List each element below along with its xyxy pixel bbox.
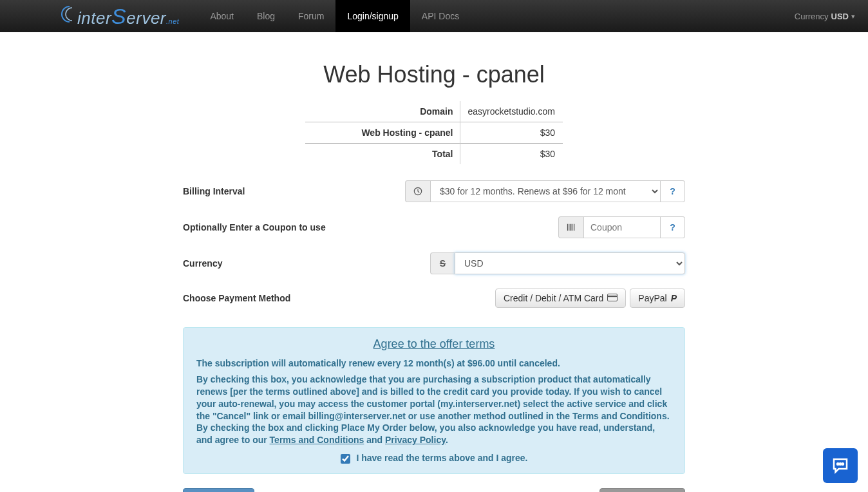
coupon-input[interactable] — [583, 216, 661, 238]
brand-s: S — [111, 4, 126, 28]
svg-rect-6 — [608, 294, 618, 301]
brand-erver: erver — [126, 8, 166, 28]
agree-label: I have read the terms above and I agree. — [356, 453, 527, 463]
chat-widget-button[interactable] — [823, 448, 858, 483]
nav-link-api-docs[interactable]: API Docs — [410, 0, 471, 32]
svg-point-8 — [837, 463, 839, 465]
order-summary-table: Domaineasyrocketstudio.comWeb Hosting - … — [305, 101, 563, 164]
svg-point-9 — [840, 463, 842, 465]
place-order-button[interactable]: Place Order 🡒 — [599, 488, 685, 492]
billing-interval-label: Billing Interval — [183, 186, 276, 196]
coupon-label: Optionally Enter a Coupon to use — [183, 222, 326, 232]
chevron-down-icon: ▾ — [851, 12, 855, 21]
svg-rect-7 — [608, 296, 618, 297]
terms-body-text: By checking this box, you acknowledge th… — [196, 374, 672, 446]
summary-label: Domain — [305, 101, 460, 122]
chat-icon — [831, 456, 850, 475]
brand-logo[interactable]: interServer.net — [58, 4, 179, 29]
clock-icon — [405, 180, 430, 202]
agree-checkbox[interactable] — [341, 454, 350, 464]
nav-link-login-signup[interactable]: Login/signup — [335, 0, 410, 32]
currency-switcher[interactable]: Currency USD ▾ — [795, 12, 855, 21]
terms-link[interactable]: Terms and Conditions — [270, 435, 364, 445]
currency-value: USD — [831, 12, 849, 21]
paypal-payment-label: PayPal — [638, 293, 666, 303]
privacy-link[interactable]: Privacy Policy — [385, 435, 446, 445]
card-payment-label: Credit / Debit / ATM Card — [504, 293, 603, 303]
summary-value: easyrocketstudio.com — [460, 101, 563, 122]
nav-links: AboutBlogForumLogin/signupAPI Docs — [198, 0, 471, 32]
summary-value: $30 — [460, 122, 563, 144]
summary-label: Total — [305, 144, 460, 165]
terms-heading: Agree to the offer terms — [373, 337, 495, 350]
billing-interval-select[interactable]: $30 for 12 months. Renews at $96 for 12 … — [430, 180, 661, 202]
coupon-help-button[interactable]: ? — [661, 216, 685, 238]
currency-label: Currency — [795, 12, 829, 21]
billing-help-button[interactable]: ? — [661, 180, 685, 202]
svg-rect-1 — [567, 224, 568, 231]
terms-renewal-text: The subscription will automatically rene… — [196, 357, 672, 370]
terms-panel: Agree to the offer terms The subscriptio… — [183, 327, 685, 474]
svg-rect-2 — [569, 224, 570, 231]
payment-method-label: Choose Payment Method — [183, 293, 290, 303]
barcode-icon — [558, 216, 583, 238]
currency-select[interactable]: USD — [455, 252, 685, 274]
card-payment-button[interactable]: Credit / Debit / ATM Card — [495, 289, 626, 308]
summary-value: $30 — [460, 144, 563, 165]
credit-card-icon — [607, 293, 618, 303]
nav-link-blog[interactable]: Blog — [245, 0, 287, 32]
crescent-icon — [58, 5, 77, 24]
svg-point-10 — [842, 463, 844, 465]
brand-net: .net — [166, 17, 179, 25]
svg-rect-3 — [571, 224, 572, 231]
paypal-payment-button[interactable]: PayPal P — [630, 289, 685, 308]
top-navbar: interServer.net AboutBlogForumLogin/sign… — [0, 0, 868, 32]
nav-link-forum[interactable]: Forum — [287, 0, 335, 32]
page-title: Web Hosting - cpanel — [183, 61, 685, 88]
brand-inter: inter — [77, 8, 111, 28]
svg-rect-4 — [572, 224, 573, 231]
currency-form-label: Currency — [183, 258, 276, 269]
currency-icon: S — [430, 252, 455, 274]
summary-label: Web Hosting - cpanel — [305, 122, 460, 144]
nav-link-about[interactable]: About — [198, 0, 245, 32]
svg-rect-5 — [574, 224, 574, 231]
go-back-button[interactable]: 🡐 Go Back — [183, 488, 254, 492]
paypal-icon: P — [671, 293, 677, 303]
